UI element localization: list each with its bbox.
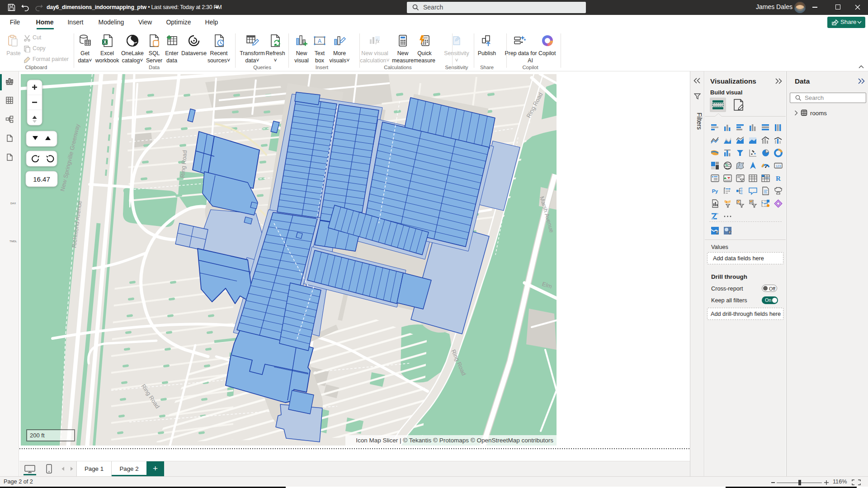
svg-text:Py: Py — [712, 188, 718, 194]
svg-text:16.47: 16.47 — [33, 175, 50, 183]
svg-text:X: X — [104, 40, 107, 45]
svg-text:Icon Map Slicer | © Tekantis ©: Icon Map Slicer | © Tekantis © Protomaps… — [356, 437, 553, 444]
svg-text:fx: fx — [376, 38, 380, 44]
svg-text:123: 123 — [776, 164, 781, 168]
svg-text:R: R — [776, 175, 781, 182]
svg-text:200 ft: 200 ft — [30, 432, 45, 439]
svg-text:A: A — [318, 38, 321, 44]
